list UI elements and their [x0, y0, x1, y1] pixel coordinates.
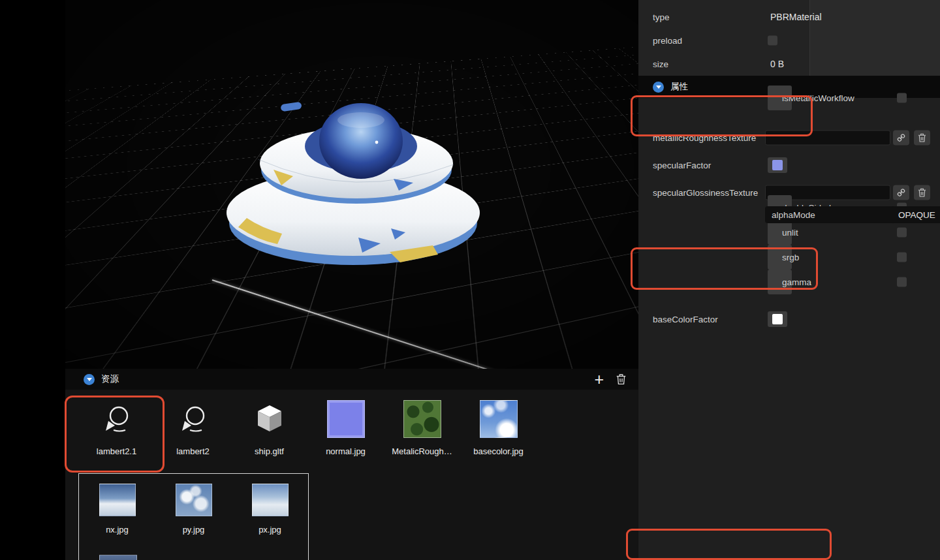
prop-label: gamma	[782, 277, 811, 287]
baseColorFactor-color-picker[interactable]	[768, 311, 787, 327]
asset-py.jpg[interactable]: py.jpg	[155, 474, 232, 535]
material-icon	[176, 403, 210, 435]
prop-label: alphaMode	[772, 210, 815, 220]
specularGlossinessTexture-link-button[interactable]	[893, 185, 909, 200]
prop-label: size	[653, 59, 668, 69]
assets-panel: lambert2.1lambert2ship.gltfnormal.jpgMet…	[65, 390, 638, 560]
link-icon	[896, 133, 906, 143]
asset-label: py.jpg	[183, 525, 205, 535]
trash-icon	[918, 133, 926, 143]
prop-label: srgb	[782, 253, 799, 262]
srgb-checkbox[interactable]	[897, 253, 907, 262]
prop-label: type	[653, 12, 670, 22]
asset-label: normal.jpg	[326, 446, 366, 456]
asset-px.jpg[interactable]: px.jpg	[232, 474, 308, 535]
delete-asset-button[interactable]	[616, 373, 627, 385]
size-value: 0 B	[770, 59, 784, 69]
sky-thumbnail	[176, 484, 212, 516]
prop-label: preload	[653, 36, 682, 46]
specularFactor-color-picker[interactable]	[768, 157, 787, 173]
asset-label: nx.jpg	[106, 525, 129, 535]
prop-row-metallicRoughnessTexture: metallicRoughnessTexture	[638, 123, 940, 153]
trash-icon	[918, 188, 926, 198]
prop-label: specularFactor	[653, 161, 711, 170]
texture-sky-thumbnail	[480, 400, 518, 438]
chevron-down-icon	[87, 378, 92, 381]
asset-label: lambert2	[176, 446, 210, 456]
prop-label: specularGlossinessTexture	[653, 188, 758, 198]
asset-thumbnail	[327, 400, 365, 438]
editor-app: 资源 + lambert2.1lambert2ship.gltfnormal.j…	[0, 0, 940, 560]
cubemap-group: nx.jpgpy.jpgpx.jpg	[78, 473, 309, 560]
sky-thumbnail	[99, 484, 136, 516]
prop-row-preload: preload	[638, 29, 940, 52]
prop-row-isMetallicWorkflow: isMetallicWorkflow	[768, 86, 792, 110]
unlit-checkbox[interactable]	[897, 228, 907, 238]
asset-lambert2.1[interactable]: lambert2.1	[78, 390, 155, 456]
asset-thumbnail	[480, 400, 518, 438]
asset-label: MetalicRough…	[392, 446, 452, 456]
inspector-panel: type PBRMaterial preload size 0 B 属性 isM…	[638, 0, 940, 560]
color-swatch	[772, 314, 783, 324]
link-icon	[896, 188, 906, 198]
asset-label: ship.gltf	[255, 446, 284, 456]
prop-label: baseColorFactor	[653, 315, 718, 324]
asset-ship.gltf[interactable]: ship.gltf	[231, 390, 307, 456]
add-asset-button[interactable]: +	[594, 373, 604, 386]
prop-row-alphaMode: alphaModeOPAQUE	[765, 206, 930, 223]
chevron-down-icon	[656, 86, 661, 89]
3d-viewport[interactable]	[65, 0, 638, 369]
prop-row-specularFactor: specularFactor	[638, 153, 940, 178]
prop-label: unlit	[782, 228, 798, 238]
prop-row-size: size 0 B	[638, 52, 940, 76]
asset-thumbnail	[176, 400, 210, 438]
asset-label: lambert2.1	[97, 446, 136, 456]
asset-thumbnail	[403, 400, 441, 438]
gamma-checkbox[interactable]	[897, 277, 907, 287]
preload-checkbox[interactable]	[768, 36, 777, 46]
select-value: OPAQUE	[898, 210, 935, 220]
prop-row-gamma: gamma	[768, 270, 792, 294]
asset-thumbnail	[100, 400, 134, 438]
resources-title: 资源	[101, 373, 119, 385]
alphaMode-select[interactable]: OPAQUE	[892, 206, 940, 223]
properties-title: 属性	[670, 81, 688, 93]
asset-nx.jpg[interactable]: nx.jpg	[79, 474, 155, 535]
color-swatch	[772, 160, 783, 170]
prop-row-type: type PBRMaterial	[638, 5, 940, 29]
asset-normal.jpg[interactable]: normal.jpg	[307, 390, 384, 456]
viewport-vignette	[65, 0, 638, 369]
texture-normal-thumbnail	[327, 400, 365, 438]
collapse-icon[interactable]	[84, 374, 95, 385]
metallicRoughnessTexture-input[interactable]	[765, 131, 890, 146]
collapse-icon[interactable]	[653, 82, 664, 93]
asset-lambert2[interactable]: lambert2	[155, 390, 231, 456]
asset-label: px.jpg	[258, 525, 281, 535]
metallicRoughnessTexture-delete-button[interactable]	[914, 131, 930, 146]
asset-basecolor.jpg[interactable]: basecolor.jpg	[460, 390, 537, 456]
prop-label: isMetallicWorkflow	[782, 93, 854, 103]
texture-camo-thumbnail	[403, 400, 441, 438]
type-value: PBRMaterial	[770, 12, 822, 22]
asset-MetalicRough…[interactable]: MetalicRough…	[384, 390, 460, 456]
prop-row-baseColorFactor: baseColorFactor	[638, 307, 940, 332]
material-icon	[100, 403, 134, 435]
prop-row-unlit: unlit	[768, 220, 792, 245]
partial-thumbnail	[99, 555, 137, 560]
metallicRoughnessTexture-link-button[interactable]	[893, 131, 909, 146]
asset-label: basecolor.jpg	[473, 446, 524, 456]
model-cube-icon	[254, 403, 285, 435]
sky-thumbnail	[252, 484, 289, 516]
inspector-top-section: type PBRMaterial preload size 0 B	[638, 0, 940, 76]
trash-icon	[616, 373, 627, 385]
isMetallicWorkflow-checkbox[interactable]	[897, 93, 907, 103]
prop-label: metallicRoughnessTexture	[653, 133, 756, 143]
specularGlossinessTexture-delete-button[interactable]	[914, 185, 930, 200]
asset-thumbnail	[254, 400, 285, 438]
prop-row-srgb: srgb	[768, 245, 792, 270]
resources-panel-header: 资源 +	[65, 369, 638, 390]
